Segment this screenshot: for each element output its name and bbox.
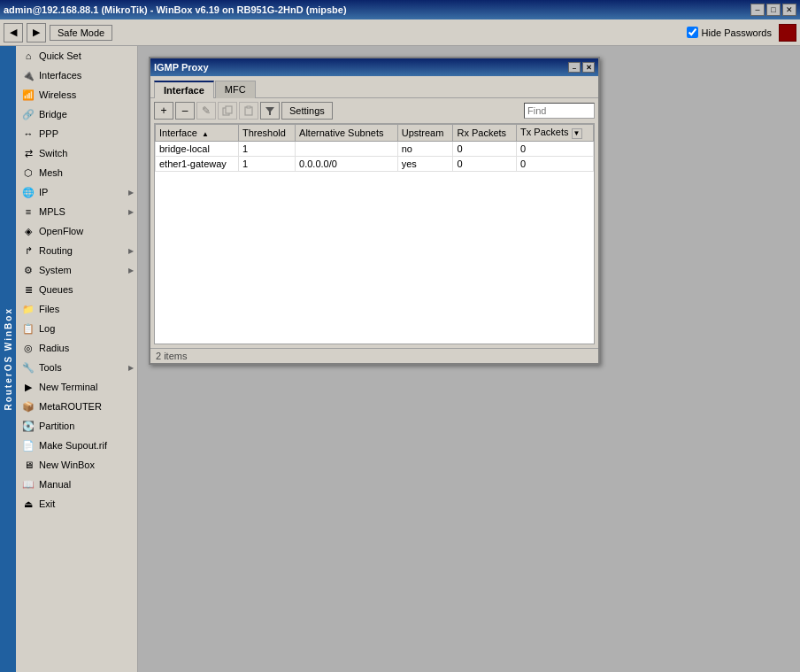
sidebar-item-mpls[interactable]: ≡MPLS [16,202,137,221]
ppp-icon: ↔ [21,127,35,141]
safe-mode-button[interactable]: Safe Mode [50,25,112,41]
igmp-close-button[interactable]: ✕ [582,62,595,73]
cell-upstream: yes [397,157,453,172]
igmp-minimize-button[interactable]: – [568,62,581,73]
sidebar-item-log[interactable]: 📋Log [16,319,137,338]
hide-passwords-checkbox[interactable] [687,27,698,38]
table-row[interactable]: bridge-local1no00 [156,142,594,157]
cell-alt-subnets [296,142,398,157]
cell-alt-subnets: 0.0.0.0/0 [296,157,398,172]
brand-text: RouterOS WinBox [4,307,13,411]
sidebar-label-routing: Routing [39,245,73,256]
hide-passwords-label: Hide Passwords [702,27,772,38]
sidebar-label-quick-set: Quick Set [39,50,81,61]
col-upstream[interactable]: Upstream [397,125,453,142]
sidebar-label-wireless: Wireless [39,89,76,100]
sidebar-item-make-supout[interactable]: 📄Make Supout.rif [16,436,137,455]
sidebar-item-new-terminal[interactable]: ▶New Terminal [16,377,137,397]
sidebar-item-system[interactable]: ⚙System [16,260,137,280]
remove-button[interactable]: – [175,102,195,120]
sidebar-label-manual: Manual [39,479,71,490]
cell-rx-packets: 0 [453,142,517,157]
partition-icon: 💽 [21,419,35,433]
app-title: admin@192.168.88.1 (MikroTik) - WinBox v… [4,4,347,15]
sidebar-item-partition[interactable]: 💽Partition [16,416,137,436]
sidebar-item-wireless[interactable]: 📶Wireless [16,85,137,104]
col-tx-packets[interactable]: Tx Packets ▼ [517,125,594,142]
sidebar-item-mesh[interactable]: ⬡Mesh [16,163,137,182]
sidebar-item-ppp[interactable]: ↔PPP [16,124,137,143]
igmp-title: IGMP Proxy [154,62,209,73]
switch-icon: ⇄ [21,146,35,160]
cell-interface: ether1-gateway [156,157,239,172]
queues-icon: ≣ [21,282,35,297]
sidebar-item-metarouter[interactable]: 📦MetaROUTER [16,397,137,416]
svg-rect-3 [247,106,250,108]
title-bar: admin@192.168.88.1 (MikroTik) - WinBox v… [0,0,800,19]
sidebar-item-bridge[interactable]: 🔗Bridge [16,104,137,124]
sidebar-item-exit[interactable]: ⏏Exit [16,494,137,514]
close-button[interactable]: ✕ [782,4,796,16]
sidebar-item-interfaces[interactable]: 🔌Interfaces [16,66,137,85]
settings-button[interactable]: Settings [281,102,333,120]
sidebar-item-radius[interactable]: ◎Radius [16,338,137,358]
tools-icon: 🔧 [21,360,35,375]
radius-icon: ◎ [21,341,35,355]
sidebar-label-system: System [39,265,72,275]
mpls-icon: ≡ [21,205,35,219]
tabs-row: Interface MFC [150,76,598,97]
cell-interface: bridge-local [156,142,239,157]
sidebar-item-openflow[interactable]: ◈OpenFlow [16,221,137,241]
sidebar-label-interfaces: Interfaces [39,70,81,81]
filter-button[interactable] [260,102,280,120]
col-alt-subnets[interactable]: Alternative Subnets [296,125,398,142]
sidebar-item-ip[interactable]: 🌐IP [16,182,137,202]
tab-interface[interactable]: Interface [154,81,214,98]
sidebar-label-new-winbox: New WinBox [39,460,95,470]
ip-icon: 🌐 [21,185,35,199]
col-rx-packets[interactable]: Rx Packets [453,125,517,142]
tab-mfc[interactable]: MFC [215,81,256,98]
sidebar-label-tools: Tools [39,362,62,373]
igmp-titlebar: IGMP Proxy – ✕ [150,58,598,76]
terminal-icon: ▶ [21,380,35,394]
copy-button[interactable] [218,102,237,120]
cell-threshold: 1 [238,157,295,172]
sidebar-label-files: Files [39,304,59,314]
password-icon [779,24,796,42]
sidebar-label-radius: Radius [39,343,69,353]
hide-passwords-area: Hide Passwords [687,24,796,42]
mesh-icon: ⬡ [21,166,35,180]
find-input[interactable] [524,103,595,119]
paste-button[interactable] [239,102,258,120]
table-row[interactable]: ether1-gateway10.0.0.0/0yes00 [156,157,594,172]
minimize-button[interactable]: – [750,4,765,16]
sidebar-item-manual[interactable]: 📖Manual [16,475,137,494]
item-count: 2 items [156,351,187,361]
forward-button[interactable]: ▶ [27,23,46,42]
manual-icon: 📖 [21,477,35,491]
sidebar-item-tools[interactable]: 🔧Tools [16,358,137,377]
main-layout: RouterOS WinBox ⌂Quick Set🔌Interfaces📶Wi… [0,46,800,672]
col-threshold[interactable]: Threshold [238,125,295,142]
sidebar-item-switch[interactable]: ⇄Switch [16,143,137,163]
sidebar-label-log: Log [39,323,55,334]
log-icon: 📋 [21,321,35,336]
cell-tx-packets: 0 [517,142,594,157]
sidebar-item-quick-set[interactable]: ⌂Quick Set [16,46,137,66]
add-button[interactable]: + [154,102,173,120]
sidebar-item-files[interactable]: 📁Files [16,299,137,319]
maximize-button[interactable]: □ [766,4,781,16]
col-options-button[interactable]: ▼ [572,128,582,139]
col-interface[interactable]: Interface ▲ [156,125,239,142]
svg-rect-1 [226,106,232,113]
svg-marker-4 [265,107,274,115]
back-button[interactable]: ◀ [4,23,23,42]
sidebar-item-routing[interactable]: ↱Routing [16,241,137,260]
files-icon: 📁 [21,302,35,316]
sidebar-label-ppp: PPP [39,128,58,139]
edit-button[interactable]: ✎ [196,102,216,120]
sidebar-label-queues: Queues [39,284,73,295]
sidebar-item-new-winbox[interactable]: 🖥New WinBox [16,455,137,475]
sidebar-item-queues[interactable]: ≣Queues [16,280,137,299]
